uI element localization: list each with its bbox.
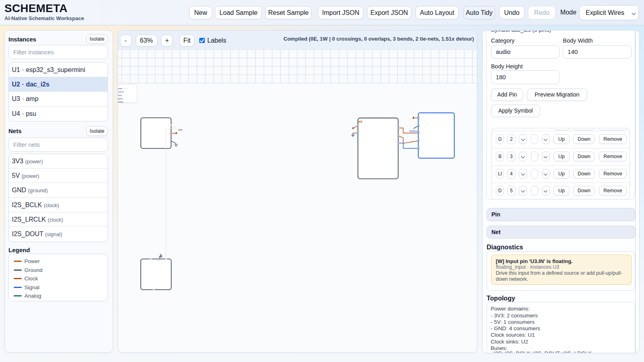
svg-text:3V3: 3V3 [178, 129, 182, 131]
svg-text:3V3: 3V3 [357, 120, 362, 123]
svg-text:I2S|bus: I2S|bus [409, 130, 419, 132]
